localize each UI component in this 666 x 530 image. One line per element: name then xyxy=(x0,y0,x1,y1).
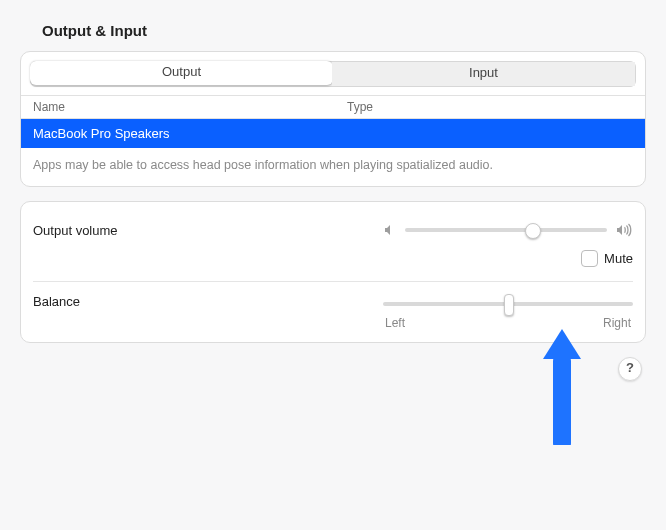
page-title: Output & Input xyxy=(42,22,646,39)
output-volume-slider[interactable] xyxy=(405,220,607,240)
mute-label: Mute xyxy=(604,251,633,266)
device-panel: Output Input Name Type MacBook Pro Speak… xyxy=(20,51,646,187)
balance-right-label: Right xyxy=(603,316,631,330)
controls-panel: Output volume Mute xyxy=(20,201,646,343)
output-volume-row: Output volume xyxy=(33,212,633,246)
balance-left-label: Left xyxy=(385,316,405,330)
column-name: Name xyxy=(21,96,335,118)
device-column-headers: Name Type xyxy=(21,95,645,119)
mute-checkbox[interactable] xyxy=(581,250,598,267)
divider xyxy=(33,281,633,282)
balance-slider[interactable] xyxy=(383,294,633,314)
device-row[interactable]: MacBook Pro Speakers xyxy=(21,119,645,148)
balance-row: Balance Left Right xyxy=(33,286,633,336)
tab-output[interactable]: Output xyxy=(30,61,333,85)
help-button[interactable]: ? xyxy=(618,357,642,381)
speaker-high-icon xyxy=(615,223,633,237)
speaker-low-icon xyxy=(383,223,397,237)
spatial-audio-note: Apps may be able to access head pose inf… xyxy=(21,148,645,186)
column-type: Type xyxy=(335,96,645,118)
tab-input[interactable]: Input xyxy=(332,62,635,86)
output-volume-label: Output volume xyxy=(33,223,383,238)
tab-segmented-control: Output Input xyxy=(30,61,636,87)
balance-label: Balance xyxy=(33,294,383,309)
